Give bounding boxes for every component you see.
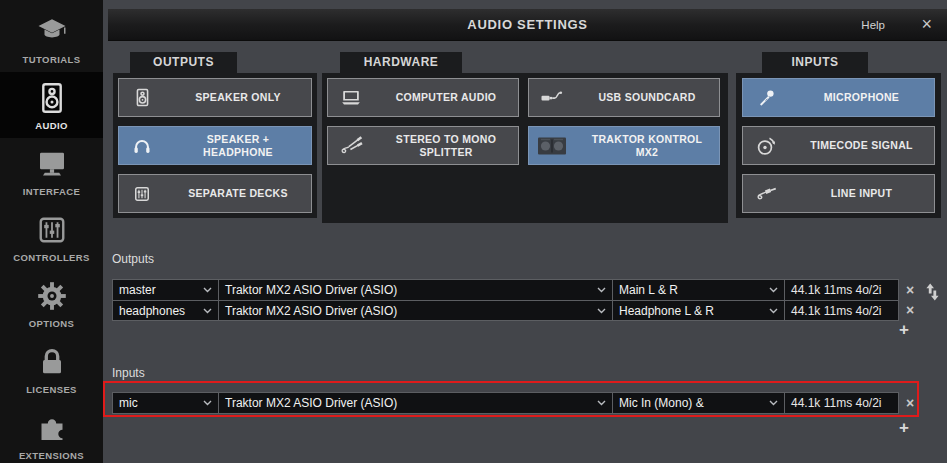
sidebar-item-label: LICENSES: [26, 384, 77, 395]
input-source-select[interactable]: mic: [113, 393, 219, 413]
select-value: headphones: [119, 304, 185, 318]
mixer-icon: [119, 184, 165, 204]
sidebar-item-tutorials[interactable]: TUTORIALS: [0, 6, 103, 72]
button-label: USB SOUNDCARD: [575, 91, 719, 103]
jack-cable-icon: [743, 181, 789, 207]
output-driver-select[interactable]: Traktor MX2 ASIO Driver (ASIO): [219, 301, 613, 320]
sidebar-item-options[interactable]: OPTIONS: [0, 270, 103, 336]
sidebar: TUTORIALS AUDIO INTERFACE: [0, 0, 103, 463]
select-value: master: [119, 283, 156, 297]
select-value: Traktor MX2 ASIO Driver (ASIO): [225, 283, 397, 297]
output-driver-select[interactable]: Traktor MX2 ASIO Driver (ASIO): [219, 280, 613, 300]
dialog-header: AUDIO SETTINGS Help ×: [108, 9, 947, 41]
chevron-down-icon: [597, 308, 606, 314]
line-input-button[interactable]: LINE INPUT: [742, 174, 935, 213]
output-channel-select[interactable]: Main L & R: [613, 280, 785, 300]
chevron-down-icon: [769, 308, 778, 314]
input-format-info: 44.1k 11ms 4o/2i: [785, 393, 898, 413]
tab-outputs: OUTPUTS: [130, 52, 237, 73]
input-driver-select[interactable]: Traktor MX2 ASIO Driver (ASIO): [219, 393, 613, 413]
sidebar-item-licenses[interactable]: LICENSES: [0, 336, 103, 402]
output-source-select[interactable]: headphones: [113, 301, 219, 320]
select-value: Mic In (Mono) &: [619, 396, 704, 410]
sidebar-item-label: INTERFACE: [23, 186, 80, 197]
graduation-cap-icon: [33, 13, 71, 51]
button-label: MICROPHONE: [789, 91, 934, 103]
headphones-icon: [119, 135, 165, 157]
page-title: AUDIO SETTINGS: [108, 9, 947, 41]
table-row: headphones Traktor MX2 ASIO Driver (ASIO…: [113, 300, 898, 320]
output-source-select[interactable]: master: [113, 280, 219, 300]
remove-input-row-button[interactable]: ×: [902, 394, 918, 412]
speaker-icon: [33, 79, 71, 117]
inputs-routing-table: mic Traktor MX2 ASIO Driver (ASIO) Mic I…: [112, 392, 899, 414]
cable-splitter-icon: [328, 133, 374, 159]
add-input-row-button[interactable]: +: [896, 419, 912, 437]
chevron-down-icon: [203, 400, 212, 406]
close-icon[interactable]: ×: [921, 9, 932, 39]
button-label: TIMECODE SIGNAL: [789, 139, 934, 151]
timecode-signal-button[interactable]: TIMECODE SIGNAL: [742, 126, 935, 165]
stereo-to-mono-splitter-button[interactable]: STEREO TO MONO SPLITTER: [327, 126, 519, 165]
button-label: STEREO TO MONO SPLITTER: [374, 133, 518, 158]
sidebar-item-label: EXTENSIONS: [19, 450, 84, 461]
add-output-row-button[interactable]: +: [896, 321, 912, 339]
chevron-down-icon: [203, 308, 212, 314]
select-value: Traktor MX2 ASIO Driver (ASIO): [225, 304, 397, 318]
outputs-panel: SPEAKER ONLY SPEAKER + HEADPHONE: [113, 73, 317, 218]
table-row: mic Traktor MX2 ASIO Driver (ASIO) Mic I…: [113, 393, 898, 413]
inputs-panel: MICROPHONE TIMECODE SIGNAL: [736, 73, 941, 218]
sidebar-item-label: OPTIONS: [29, 318, 75, 329]
select-value: Headphone L & R: [619, 304, 714, 318]
tab-inputs: INPUTS: [762, 52, 868, 73]
outputs-routing-table: master Traktor MX2 ASIO Driver (ASIO) Ma…: [112, 279, 899, 321]
microphone-icon: [743, 87, 789, 109]
sidebar-item-controllers[interactable]: CONTROLLERS: [0, 204, 103, 270]
input-channel-select[interactable]: Mic In (Mono) &: [613, 393, 785, 413]
microphone-button[interactable]: MICROPHONE: [742, 78, 935, 117]
output-format-info: 44.1k 11ms 4o/2i: [785, 280, 898, 300]
speaker-only-button[interactable]: SPEAKER ONLY: [118, 78, 312, 117]
button-label: TRAKTOR KONTROL MX2: [575, 133, 719, 158]
computer-audio-button[interactable]: COMPUTER AUDIO: [327, 78, 519, 117]
speaker-headphone-button[interactable]: SPEAKER + HEADPHONE: [118, 126, 312, 165]
puzzle-icon: [33, 409, 71, 447]
usb-soundcard-button[interactable]: USB SOUNDCARD: [528, 78, 720, 117]
monitor-icon: [33, 145, 71, 183]
button-label: SEPARATE DECKS: [165, 187, 311, 199]
audio-settings-dialog: AUDIO SETTINGS Help × OUTPUTS HARDWARE I…: [103, 0, 947, 463]
traktor-kontrol-mx2-button[interactable]: TRAKTOR KONTROL MX2: [528, 126, 720, 165]
chevron-down-icon: [203, 287, 212, 293]
chevron-down-icon: [597, 400, 606, 406]
sidebar-item-audio[interactable]: AUDIO: [0, 72, 103, 138]
chevron-down-icon: [769, 287, 778, 293]
gear-icon: [33, 277, 71, 315]
table-row: master Traktor MX2 ASIO Driver (ASIO) Ma…: [113, 280, 898, 300]
outputs-section-label: Outputs: [112, 252, 154, 266]
sidebar-item-label: AUDIO: [35, 120, 68, 131]
speaker-icon: [119, 87, 165, 108]
remove-output-row-button[interactable]: ×: [902, 281, 918, 299]
sidebar-item-extensions[interactable]: EXTENSIONS: [0, 402, 103, 463]
remove-output-row-button[interactable]: ×: [902, 301, 918, 319]
button-label: COMPUTER AUDIO: [374, 91, 518, 103]
output-channel-select[interactable]: Headphone L & R: [613, 301, 785, 320]
separate-decks-button[interactable]: SEPARATE DECKS: [118, 174, 312, 213]
sidebar-item-label: TUTORIALS: [23, 54, 81, 65]
swap-arrows-icon[interactable]: [923, 280, 942, 308]
chevron-down-icon: [769, 400, 778, 406]
sidebar-item-interface[interactable]: INTERFACE: [0, 138, 103, 204]
usb-plug-icon: [529, 85, 575, 111]
dj-controller-icon: [529, 135, 575, 157]
button-label: SPEAKER ONLY: [165, 91, 311, 103]
help-button[interactable]: Help: [861, 9, 885, 41]
button-label: SPEAKER + HEADPHONE: [165, 133, 311, 158]
chevron-down-icon: [597, 287, 606, 293]
select-value: mic: [119, 396, 138, 410]
laptop-icon: [328, 86, 374, 110]
lock-icon: [33, 343, 71, 381]
faders-icon: [33, 211, 71, 249]
hardware-panel: COMPUTER AUDIO USB SOUNDCARD: [322, 73, 728, 223]
vinyl-timecode-icon: [743, 134, 789, 158]
sidebar-item-label: CONTROLLERS: [13, 252, 90, 263]
